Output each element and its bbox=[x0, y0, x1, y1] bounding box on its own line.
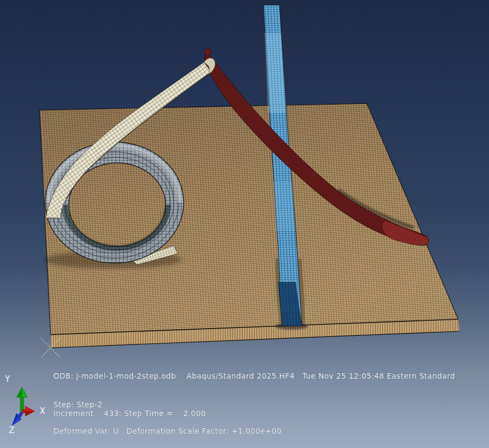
odb-title-line: ODB: j-model-1-mod-2step.odb Abaqus/Stan… bbox=[53, 371, 455, 380]
triad-x-label: X bbox=[40, 406, 46, 416]
deformed-var-line: Deformed Var: U Deformation Scale Factor… bbox=[53, 427, 282, 435]
step-line: Step: Step-2 bbox=[53, 400, 102, 409]
model-scene bbox=[0, 0, 489, 448]
triad-y-label: Y bbox=[5, 374, 10, 384]
increment-line: Increment 433: Step Time = 2.000 bbox=[53, 409, 206, 418]
viewport-canvas[interactable]: Y X Z ODB: j-model-1-mod-2step.odb Abaqu… bbox=[0, 0, 489, 448]
vertical-strip-highlight bbox=[273, 182, 295, 231]
triad-z-label: Z bbox=[9, 425, 15, 435]
